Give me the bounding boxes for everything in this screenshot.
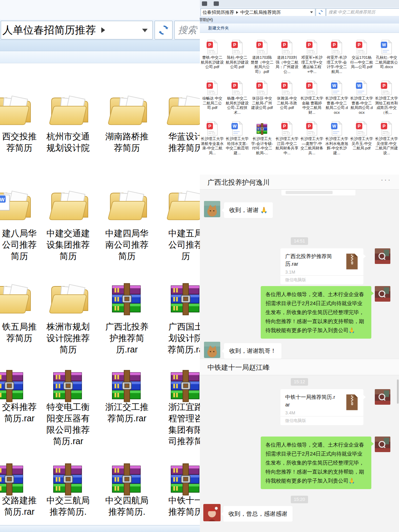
breadcrumb[interactable]: 人单位春招简历推荐 (1, 23, 96, 37)
file-item-label[interactable]: 中建四局华 南公司推荐 简历 (100, 228, 154, 262)
refresh-button[interactable] (155, 21, 173, 39)
file-item[interactable] (0, 279, 31, 318)
word-file-icon (330, 80, 343, 95)
file-item[interactable]: 长沙理工大学测绘工程肖和成简历-中交（长... (374, 80, 399, 115)
file-item-label[interactable]: 广西北投养 护推荐简 历.rar (100, 321, 154, 355)
avatar[interactable] (204, 342, 220, 359)
file-item[interactable] (0, 186, 31, 224)
file-item[interactable] (0, 91, 31, 129)
file-item[interactable] (0, 459, 27, 496)
file-name: 长沙理工大学测绘工程肖和成简历-中交（长... (375, 96, 398, 115)
file-item-label[interactable]: 湖南路桥推 荐简历 (100, 131, 154, 154)
file-item-label[interactable]: 华蓝设计 推荐简历 (158, 131, 200, 154)
file-item[interactable] (109, 366, 145, 403)
file-item[interactable] (168, 459, 200, 496)
right-address-bar[interactable]: 位春招简历推荐 中交二航局推荐简历 (201, 8, 315, 16)
search-input[interactable]: 搜索 中交二航局推荐简历 (326, 8, 399, 16)
more-menu-icon[interactable]: ··· (381, 175, 391, 184)
file-item[interactable] (168, 279, 200, 316)
file-item-label[interactable]: 西交投推 荐简历 (0, 131, 39, 154)
file-item[interactable]: 长沙理工大学曹嘉-中交二航局二公司.docx (325, 80, 349, 115)
file-item-label[interactable]: 中交三航局 推荐简历. (41, 495, 95, 517)
file-item[interactable]: 孔秋红- 中交二航局建筑公司.docx (374, 39, 399, 70)
file-item[interactable]: 张莎莎 中交二航局-广州建设公司.pdf (250, 80, 274, 110)
address-dropdown-icon[interactable] (310, 11, 313, 13)
file-item[interactable] (168, 366, 200, 403)
file-name: 长沙理工大学曹嘉-中交二航局二公司.docx (325, 96, 348, 115)
file-item-label[interactable]: 杭州市交通 规划设计院 (41, 131, 95, 154)
avatar[interactable] (375, 389, 390, 406)
file-item[interactable]: 邓亚军+长沙理工大学+交通运输工程+中... (300, 39, 324, 74)
file-item[interactable]: 长沙理工大学吴佳雷-中交二航局广州建设... (374, 121, 399, 155)
file-item[interactable] (50, 459, 86, 496)
file-message-card[interactable]: 广西北投养护推荐简历.rar 3.1M 微信电脑版 (280, 248, 363, 284)
file-item[interactable]: 道路1703刘强（中交二航局：广州建设公... (275, 39, 299, 74)
file-item[interactable] (48, 186, 89, 224)
file-item-label[interactable]: 株洲市规划 设计院推荐 简历 (41, 321, 95, 355)
file-item[interactable] (165, 91, 200, 129)
breadcrumb-parent[interactable]: 位春招简历推荐 (201, 9, 234, 16)
file-item[interactable]: 交运1701杨行—中交二航局—公司.pdf (350, 39, 374, 70)
left-menu-bar (0, 40, 200, 51)
file-item[interactable] (165, 186, 200, 224)
file-item[interactable]: 长沙理工大学-会计专硕-付珂-中交二航局-... (250, 121, 274, 155)
file-item[interactable] (48, 279, 89, 318)
file-item[interactable] (109, 459, 145, 496)
file-item[interactable] (109, 279, 145, 316)
breadcrumb-current[interactable]: 中交二航局推荐简历 (240, 9, 281, 16)
file-item-label[interactable]: 交路建推 简历.rar (0, 495, 39, 517)
file-item-label[interactable]: 浙江宜路 程管理咨 集团有限 司推荐简 (158, 401, 200, 447)
file-item-label[interactable]: 广西国土 划设计院 荐简历.ra (158, 321, 200, 355)
file-item[interactable]: 长沙理工大学—庞慧宁-中交二航局财务共... (300, 121, 324, 155)
file-item[interactable] (0, 366, 27, 403)
search-input[interactable]: 搜索 (174, 21, 200, 39)
file-item-label[interactable]: 建八局华 公司推荐 简历 (0, 228, 39, 262)
new-folder-button[interactable]: 新建文件夹 (208, 25, 229, 31)
file-item[interactable] (106, 186, 147, 224)
address-dropdown-icon[interactable] (142, 29, 148, 32)
file-item[interactable]: 何亚芹-长沙理工大学-会计学-中交二航局... (325, 39, 349, 74)
breadcrumb-arrow-icon[interactable] (101, 27, 105, 33)
file-item[interactable]: 长沙理工大学曹嘉-中交二航局四公司.docx (350, 80, 374, 115)
file-item[interactable]: 张雅淇-中交二航局-市政公司.pdf (275, 80, 299, 110)
avatar[interactable] (204, 201, 220, 219)
file-item-label[interactable]: 中铁十一 推荐简历 (158, 495, 200, 517)
file-item[interactable]: 陈杜-中交二航局长沙建设公司.pdf (225, 39, 249, 70)
avatar[interactable] (375, 286, 390, 303)
avatar[interactable] (375, 437, 390, 453)
file-item[interactable]: 长沙理工大学港航专业袁永康-中交二航局... (200, 121, 224, 155)
file-item[interactable]: 杨微-中交二航局长沙建设公司-工程技术... (225, 80, 249, 115)
file-item[interactable]: 长沙理工大学水利水电唐旭辉-中交长沙建... (325, 121, 349, 155)
file-item[interactable]: 长沙理工大学吴丹玉-中交二航局.pdf (350, 121, 374, 151)
file-item[interactable] (48, 91, 89, 129)
left-address-bar[interactable]: 人单位春招简历推荐 (1, 21, 153, 39)
file-source: 微信电脑版 (280, 275, 363, 284)
file-item[interactable]: 徐畅达 中交二航局二公司.pdf (200, 80, 224, 110)
scrollbar-thumb[interactable] (397, 379, 399, 404)
file-item[interactable]: 长沙理工大学给排水文富-中交二航昆明建... (225, 121, 249, 155)
file-item-label[interactable]: 铁五局推 荐简历 (0, 321, 39, 344)
file-item-label[interactable]: 浙江交工推 荐简历.rar (100, 401, 154, 424)
file-item-label[interactable]: 交科推荐 简历.rar (0, 401, 39, 424)
message-text: 收到，曾总，感谢感谢 (229, 511, 287, 517)
file-item-label[interactable]: 中建交通建 设集团推荐 简历 (41, 228, 95, 262)
file-name: 长沙理工大学江田-中交二航局财务共享中... (276, 137, 298, 155)
word-file-icon (355, 80, 368, 95)
avatar[interactable] (375, 248, 390, 265)
file-name: 长沙理工大学 金融 曹颖婷 中交二航局财... (300, 96, 323, 115)
file-item[interactable]: 道路1703陈楚楚（中交二航局六公司）.pdf (250, 39, 274, 74)
menu-help[interactable]: 帮助(H) (200, 17, 213, 23)
file-item[interactable] (106, 91, 147, 129)
file-item-label[interactable]: 中交四航局 推荐简历. (100, 495, 154, 517)
pdf-file-icon (280, 80, 294, 95)
avatar[interactable] (203, 504, 221, 523)
file-item[interactable]: 长沙理工大学 金融 曹颖婷 中交二航局财... (300, 80, 324, 115)
file-item[interactable]: 长沙理工大学江田-中交二航局财务共享中... (275, 121, 299, 155)
file-message-card[interactable]: 中铁十一局推荐简历.rar 3.4M 微信电脑版 (280, 389, 363, 425)
refresh-button[interactable] (316, 8, 326, 16)
file-item[interactable]: 曹铁-中交二航局长沙建设公司.pdf (200, 39, 224, 70)
file-item-label[interactable]: 特变电工衡 阳变压器有 限公司推荐 简历.rar (41, 401, 95, 447)
file-item-label[interactable]: 中建五局 公司推荐 历 (158, 228, 200, 262)
file-item[interactable] (50, 366, 86, 403)
pdf-file-icon (380, 80, 393, 95)
